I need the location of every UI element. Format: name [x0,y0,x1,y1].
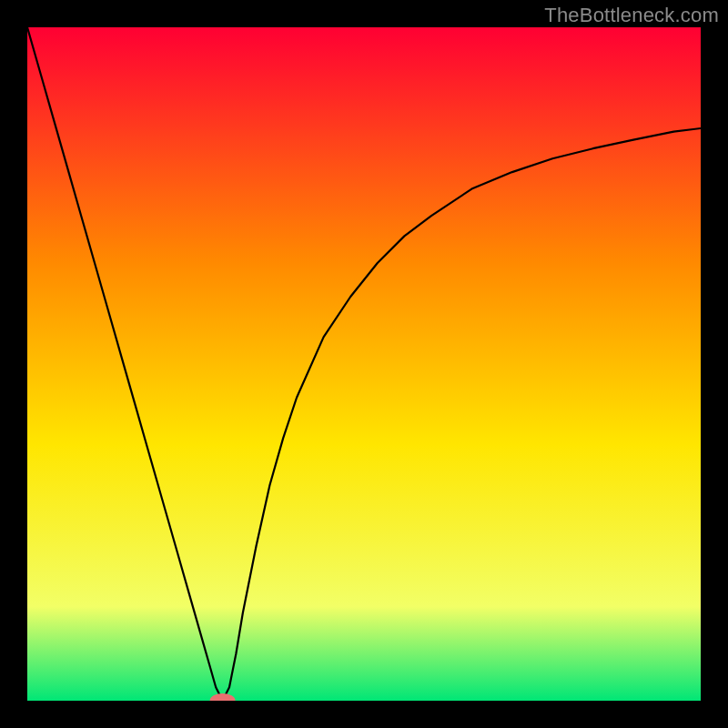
watermark-text: TheBottleneck.com [544,4,719,27]
chart-container [27,27,701,701]
bottleneck-chart [27,27,701,701]
chart-background [27,27,701,701]
